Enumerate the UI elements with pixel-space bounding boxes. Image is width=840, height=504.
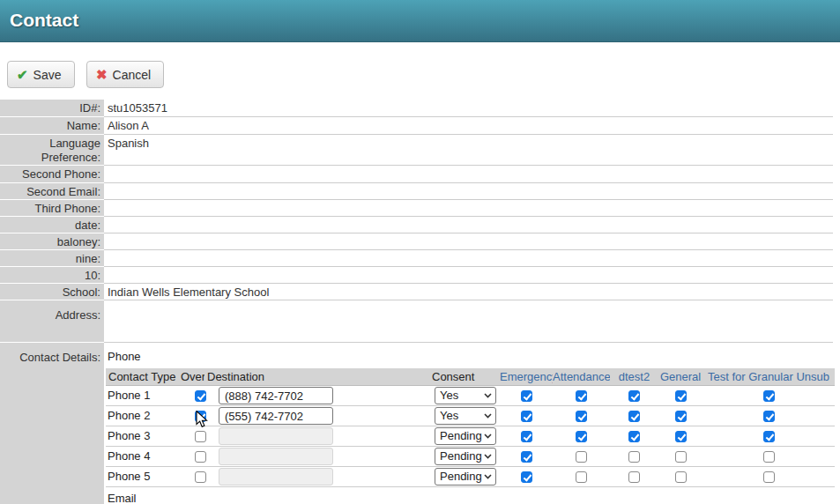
column-header: Override — [178, 368, 204, 386]
save-button-label: Save — [33, 68, 62, 82]
form-row: date: — [0, 217, 833, 233]
field-value — [104, 250, 833, 267]
emergency-checkbox[interactable] — [521, 411, 532, 422]
form-row: nine: — [0, 250, 833, 267]
field-label: date: — [0, 217, 104, 233]
granular-unsub-checkbox[interactable] — [763, 411, 775, 422]
override-checkbox[interactable] — [195, 471, 206, 483]
cancel-button-label: Cancel — [113, 68, 152, 82]
attendance-checkbox[interactable] — [576, 471, 587, 483]
field-label: School: — [0, 284, 104, 300]
column-header: Consent — [429, 368, 500, 386]
field-label: nine: — [0, 250, 104, 267]
attendance-checkbox[interactable] — [576, 451, 587, 463]
contact-form: ID#:stu1053571Name:Alison ALanguage Pref… — [0, 100, 840, 504]
email-section-label: Email — [108, 492, 833, 504]
form-row: ID#:stu1053571 — [0, 100, 833, 117]
consent-select[interactable]: Pending — [435, 468, 496, 485]
field-value: Indian Wells Elementary School — [104, 284, 833, 300]
attendance-checkbox[interactable] — [576, 431, 587, 442]
chevron-down-icon — [484, 474, 492, 479]
cancel-button[interactable]: ✖ Cancel — [86, 61, 164, 88]
dtest2-checkbox[interactable] — [628, 451, 640, 463]
form-row: Address: — [0, 300, 833, 343]
emergency-checkbox[interactable] — [521, 451, 532, 463]
field-value: stu1053571 — [104, 100, 833, 117]
field-label: Second Phone: — [0, 166, 104, 183]
consent-select[interactable]: Yes — [435, 387, 496, 404]
form-row: Second Email: — [0, 183, 833, 200]
override-checkbox[interactable] — [195, 431, 206, 442]
emergency-checkbox[interactable] — [521, 471, 532, 483]
form-row: Language Preference:Spanish — [0, 135, 833, 166]
field-value — [104, 200, 833, 217]
field-value — [104, 183, 833, 200]
attendance-checkbox[interactable] — [576, 390, 587, 402]
granular-unsub-checkbox[interactable] — [763, 471, 775, 483]
general-checkbox[interactable] — [675, 431, 687, 442]
granular-unsub-checkbox[interactable] — [763, 431, 775, 442]
field-label: Second Email: — [0, 183, 104, 200]
consent-select-value: Pending — [440, 470, 482, 484]
contact-details-cell: Phone Contact TypeOverrideDestinationCon… — [104, 343, 833, 504]
chevron-down-icon — [484, 454, 492, 459]
form-row: School:Indian Wells Elementary School — [0, 284, 833, 300]
category-column-header-link[interactable]: dtest2 — [610, 368, 658, 386]
field-value — [104, 166, 833, 183]
attendance-checkbox[interactable] — [576, 411, 587, 422]
dtest2-checkbox[interactable] — [628, 390, 640, 402]
dtest2-checkbox[interactable] — [628, 471, 640, 483]
toolbar: ✔ Save ✖ Cancel — [0, 42, 840, 88]
general-checkbox[interactable] — [675, 471, 687, 483]
contact-type-cell: Phone 3 — [106, 426, 178, 447]
chevron-down-icon — [484, 434, 492, 439]
form-row: Name:Alison A — [0, 117, 833, 135]
contact-type-cell: Phone 2 — [106, 406, 178, 426]
consent-select[interactable]: Pending — [435, 448, 496, 465]
dtest2-checkbox[interactable] — [628, 411, 640, 422]
phone-contact-table: Contact TypeOverrideDestinationConsentEm… — [106, 368, 835, 487]
destination-input[interactable] — [219, 407, 333, 425]
field-label-contact-details: Contact Details: — [0, 343, 104, 504]
phone-table-header-row: Contact TypeOverrideDestinationConsentEm… — [106, 368, 835, 386]
page-header: Contact — [0, 0, 840, 42]
contact-type-cell: Phone 5 — [106, 467, 178, 487]
emergency-checkbox[interactable] — [521, 390, 532, 402]
granular-unsub-checkbox[interactable] — [763, 390, 775, 402]
field-value: Alison A — [104, 117, 833, 135]
consent-select-value: Pending — [440, 429, 482, 443]
field-label: Third Phone: — [0, 200, 104, 217]
category-column-header-link[interactable]: Attendance — [553, 368, 610, 386]
phone-table-row: Phone 5Pending — [106, 467, 835, 487]
dtest2-checkbox[interactable] — [628, 431, 640, 442]
override-checkbox[interactable] — [195, 390, 206, 402]
consent-select-value: Pending — [440, 449, 482, 463]
general-checkbox[interactable] — [675, 390, 687, 402]
destination-input — [219, 468, 333, 485]
field-value — [104, 233, 833, 250]
category-column-header-link[interactable]: General — [658, 368, 702, 386]
column-header: Contact Type — [106, 368, 178, 386]
granular-unsub-checkbox[interactable] — [763, 451, 775, 463]
category-column-header-link[interactable]: Test for Granular Unsub — [702, 368, 835, 386]
consent-select[interactable]: Pending — [435, 427, 496, 445]
contact-type-cell: Phone 1 — [106, 386, 178, 406]
field-label: baloney: — [0, 233, 104, 250]
general-checkbox[interactable] — [675, 411, 687, 422]
category-column-header-link[interactable]: Emergency — [500, 368, 553, 386]
override-checkbox[interactable] — [195, 411, 206, 422]
override-checkbox[interactable] — [195, 451, 206, 463]
contact-type-cell: Phone 4 — [106, 447, 178, 467]
save-check-icon: ✔ — [17, 68, 28, 81]
form-row: Third Phone: — [0, 200, 833, 217]
consent-select[interactable]: Yes — [435, 407, 496, 425]
destination-input[interactable] — [219, 387, 333, 404]
field-label: 10: — [0, 267, 104, 284]
form-row: baloney: — [0, 233, 833, 250]
general-checkbox[interactable] — [675, 451, 687, 463]
emergency-checkbox[interactable] — [521, 431, 532, 442]
destination-input — [219, 448, 333, 465]
phone-table-row: Phone 2Yes — [106, 406, 835, 426]
save-button[interactable]: ✔ Save — [7, 61, 75, 88]
phone-table-row: Phone 1Yes — [106, 386, 835, 406]
